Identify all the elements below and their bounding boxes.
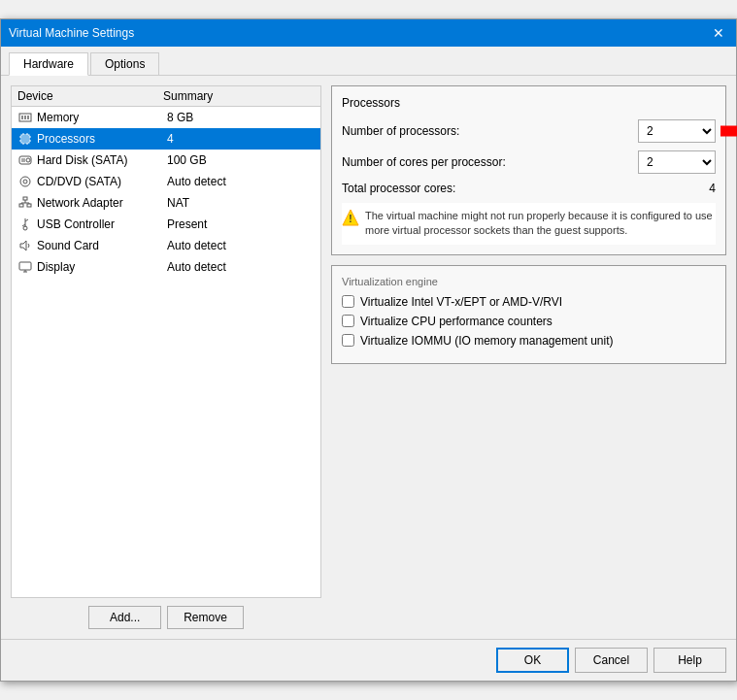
device-summary-display: Auto detect (167, 260, 315, 274)
num-cores-select-wrapper: 1 2 4 8 (638, 150, 716, 174)
num-cores-row: Number of cores per processor: 1 2 4 8 (342, 150, 716, 174)
virt-label-1: Virtualize CPU performance counters (360, 315, 553, 328)
device-name-cddvd: CD/DVD (SATA) (37, 175, 167, 188)
warning-icon: ! (342, 209, 359, 230)
soundcard-icon (17, 238, 33, 253)
device-row-display[interactable]: Display Auto detect (12, 256, 320, 278)
device-table: Device Summary (11, 85, 321, 598)
network-icon (17, 195, 33, 211)
device-name-usb: USB Controller (37, 217, 167, 231)
svg-rect-21 (19, 204, 23, 207)
processors-section-title: Processors (342, 96, 716, 110)
virt-checkbox-1[interactable] (342, 315, 354, 327)
main-content: Device Summary (1, 76, 736, 639)
device-name-network: Network Adapter (37, 196, 167, 210)
svg-rect-2 (24, 116, 26, 119)
num-processors-select[interactable]: 1 2 4 8 (638, 119, 716, 143)
usb-icon (17, 217, 33, 232)
num-cores-control: 1 2 4 8 (638, 150, 716, 174)
display-icon (17, 259, 33, 275)
device-rows: Memory 8 GB (12, 107, 320, 278)
svg-marker-31 (20, 241, 26, 250)
harddisk-icon (17, 152, 33, 168)
num-processors-row: Number of processors: 1 2 4 8 (342, 119, 716, 143)
num-cores-label: Number of cores per processor: (342, 155, 638, 169)
device-name-processors: Processors (37, 132, 167, 146)
device-row-memory[interactable]: Memory 8 GB (12, 107, 320, 128)
cddvd-icon (17, 174, 33, 189)
table-header: Device Summary (12, 86, 320, 107)
total-cores-row: Total processor cores: 4 (342, 182, 716, 195)
left-buttons: Add... Remove (11, 606, 321, 629)
remove-button[interactable]: Remove (167, 606, 244, 629)
close-button[interactable]: ✕ (709, 25, 728, 41)
header-summary: Summary (163, 89, 315, 103)
device-name-harddisk: Hard Disk (SATA) (37, 153, 167, 167)
num-processors-control: 1 2 4 8 (638, 119, 716, 143)
total-cores-value: 4 (709, 182, 716, 195)
ok-button[interactable]: OK (496, 648, 569, 673)
svg-rect-3 (27, 116, 29, 119)
virtual-machine-settings-window: Virtual Machine Settings ✕ Hardware Opti… (0, 18, 737, 682)
virt-label-2: Virtualize IOMMU (IO memory management u… (360, 334, 614, 348)
warning-text: The virtual machine might not run proper… (365, 209, 716, 239)
header-device: Device (17, 89, 163, 103)
title-bar: Virtual Machine Settings ✕ (1, 19, 736, 47)
svg-point-18 (20, 177, 30, 186)
num-cores-select[interactable]: 1 2 4 8 (638, 150, 716, 174)
num-processors-select-wrapper: 1 2 4 8 (638, 119, 716, 143)
device-name-memory: Memory (37, 111, 167, 124)
add-button[interactable]: Add... (88, 606, 161, 629)
device-summary-network: NAT (167, 196, 315, 210)
device-summary-cddvd: Auto detect (167, 175, 315, 188)
device-row-processors[interactable]: Processors 4 (12, 128, 320, 150)
tab-hardware[interactable]: Hardware (9, 52, 88, 76)
device-row-soundcard[interactable]: Sound Card Auto detect (12, 235, 320, 256)
device-row-harddisk[interactable]: Hard Disk (SATA) 100 GB (12, 150, 320, 171)
num-processors-label: Number of processors: (342, 124, 638, 138)
virt-section-title: Virtualization engine (342, 276, 716, 287)
warning-box: ! The virtual machine might not run prop… (342, 203, 716, 245)
device-row-cddvd[interactable]: CD/DVD (SATA) Auto detect (12, 171, 320, 192)
svg-rect-5 (22, 136, 28, 142)
svg-marker-35 (720, 118, 737, 145)
cancel-button[interactable]: Cancel (575, 648, 648, 673)
left-panel: Device Summary (11, 85, 321, 629)
device-name-soundcard: Sound Card (37, 239, 167, 252)
window-title: Virtual Machine Settings (9, 26, 134, 40)
total-cores-label: Total processor cores: (342, 182, 709, 195)
tab-options[interactable]: Options (90, 52, 159, 75)
device-summary-memory: 8 GB (167, 111, 315, 124)
memory-icon (17, 110, 33, 125)
virt-checkbox-2[interactable] (342, 334, 354, 347)
device-summary-soundcard: Auto detect (167, 239, 315, 252)
bottom-bar: OK Cancel Help (1, 639, 736, 681)
svg-rect-1 (21, 116, 23, 119)
svg-rect-14 (19, 156, 31, 164)
help-button[interactable]: Help (653, 648, 726, 673)
processors-section: Processors Number of processors: 1 2 4 8 (331, 85, 726, 255)
virt-label-0: Virtualize Intel VT-x/EPT or AMD-V/RVI (360, 295, 562, 309)
virt-option-0: Virtualize Intel VT-x/EPT or AMD-V/RVI (342, 295, 716, 309)
device-summary-processors: 4 (167, 132, 315, 146)
svg-rect-20 (23, 197, 27, 200)
device-row-network[interactable]: Network Adapter NAT (12, 192, 320, 214)
tab-bar: Hardware Options (1, 47, 736, 76)
svg-point-19 (23, 180, 27, 183)
device-row-usb[interactable]: USB Controller Present (12, 214, 320, 235)
red-arrow (720, 115, 737, 149)
right-panel: Processors Number of processors: 1 2 4 8 (331, 85, 726, 629)
device-summary-usb: Present (167, 217, 315, 231)
virt-option-1: Virtualize CPU performance counters (342, 315, 716, 328)
device-name-display: Display (37, 260, 167, 274)
svg-rect-22 (27, 204, 31, 207)
processor-icon (17, 131, 33, 147)
svg-point-15 (26, 158, 30, 162)
virt-option-2: Virtualize IOMMU (IO memory management u… (342, 334, 716, 348)
virt-checkbox-0[interactable] (342, 295, 354, 308)
virt-section: Virtualization engine Virtualize Intel V… (331, 265, 726, 364)
svg-rect-32 (19, 262, 31, 270)
svg-text:!: ! (349, 214, 352, 224)
device-summary-harddisk: 100 GB (167, 153, 315, 167)
